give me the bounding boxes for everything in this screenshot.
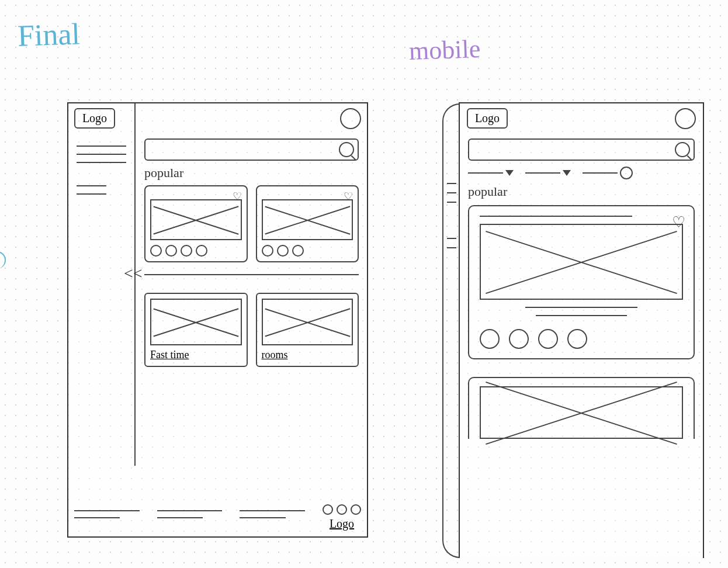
footer-link[interactable]: [157, 510, 223, 511]
wireframe-desktop-frame: Logo << popular ♡: [67, 102, 368, 538]
popular-card[interactable]: ♡: [468, 205, 695, 359]
popular-card[interactable]: ♡: [144, 185, 248, 262]
social-icon[interactable]: [337, 504, 347, 515]
card-thumbnails: [262, 245, 353, 257]
footer-link[interactable]: [74, 517, 120, 518]
thumbnail-dot-icon[interactable]: [165, 245, 177, 257]
footer-link-column: [240, 504, 305, 524]
footer-link[interactable]: [240, 510, 305, 511]
footer-link-column: [157, 504, 223, 524]
card-title-placeholder: [480, 216, 632, 217]
canvas-title-final: Final: [17, 16, 81, 53]
popular-card[interactable]: [468, 377, 695, 439]
chevron-down-icon: [505, 170, 514, 176]
sidebar-item[interactable]: [77, 162, 126, 163]
wireframe-mobile-frame: Logo popular ♡: [459, 102, 704, 558]
search-input[interactable]: [468, 138, 695, 161]
avatar-icon[interactable]: [675, 108, 696, 129]
section-heading-popular: popular: [144, 165, 359, 181]
category-card[interactable]: Fast time: [144, 293, 248, 367]
drawer-handle-icon: [447, 175, 456, 257]
carousel-prev-arrow-icon[interactable]: <<: [124, 264, 143, 283]
card-thumbnails: [150, 245, 242, 257]
footer: Logo: [74, 504, 361, 531]
filter-toggle-icon[interactable]: [620, 167, 633, 179]
card-text-placeholder: [536, 315, 628, 316]
image-placeholder-icon: [150, 199, 242, 240]
social-icon[interactable]: [351, 504, 361, 515]
category-label: Fast time: [150, 349, 242, 361]
footer-logo-block: Logo: [323, 504, 361, 531]
thumbnail-dot-icon[interactable]: [538, 329, 558, 349]
sidebar-item[interactable]: [77, 193, 106, 195]
thumbnail-dot-icon[interactable]: [150, 245, 162, 257]
edge-arc-decoration: [0, 251, 6, 269]
thumbnail-dot-icon[interactable]: [181, 245, 192, 257]
category-label: rooms: [262, 349, 353, 361]
thumbnail-dot-icon[interactable]: [277, 245, 289, 257]
filter-dropdown[interactable]: [468, 170, 514, 176]
thumbnail-dot-icon[interactable]: [292, 245, 304, 257]
footer-link[interactable]: [74, 510, 140, 511]
thumbnail-dot-icon[interactable]: [567, 329, 587, 349]
filter-dropdown[interactable]: [525, 170, 571, 176]
thumbnail-dot-icon[interactable]: [196, 245, 207, 257]
avatar-icon[interactable]: [340, 108, 361, 129]
thumbnail-dot-icon[interactable]: [262, 245, 273, 257]
image-placeholder-icon: [480, 386, 683, 439]
filter-dropdown[interactable]: [583, 167, 633, 179]
logo-box[interactable]: Logo: [467, 108, 508, 129]
sidebar-item[interactable]: [77, 185, 106, 186]
footer-logo-text[interactable]: Logo: [330, 517, 354, 531]
swipe-drawer-indicator[interactable]: [442, 103, 460, 558]
chevron-down-icon: [563, 170, 571, 176]
category-card[interactable]: rooms: [256, 293, 359, 367]
footer-link-column: [74, 504, 140, 524]
image-placeholder-icon: [480, 224, 683, 300]
footer-link[interactable]: [240, 517, 285, 518]
sidebar-nav: [68, 103, 136, 466]
section-heading-popular: popular: [468, 184, 695, 199]
search-icon[interactable]: [675, 142, 690, 157]
image-placeholder-icon: [150, 299, 242, 345]
thumbnail-dot-icon[interactable]: [509, 329, 529, 349]
main-content: popular ♡ ♡: [144, 138, 359, 367]
main-content: popular ♡: [468, 138, 695, 439]
image-placeholder-icon: [262, 199, 353, 240]
image-placeholder-icon: [262, 299, 353, 345]
section-divider: [144, 274, 359, 275]
canvas-title-mobile: mobile: [408, 34, 481, 66]
sidebar-item[interactable]: [77, 146, 126, 147]
filter-row: [468, 167, 695, 179]
search-icon[interactable]: [339, 142, 354, 157]
search-input[interactable]: [144, 138, 359, 161]
social-icon[interactable]: [323, 504, 333, 515]
sidebar-item[interactable]: [77, 154, 126, 155]
thumbnail-dot-icon[interactable]: [480, 329, 500, 349]
card-text-placeholder: [525, 307, 637, 308]
popular-card[interactable]: ♡: [256, 185, 359, 262]
card-thumbnails: [480, 329, 683, 349]
footer-link[interactable]: [157, 517, 203, 518]
